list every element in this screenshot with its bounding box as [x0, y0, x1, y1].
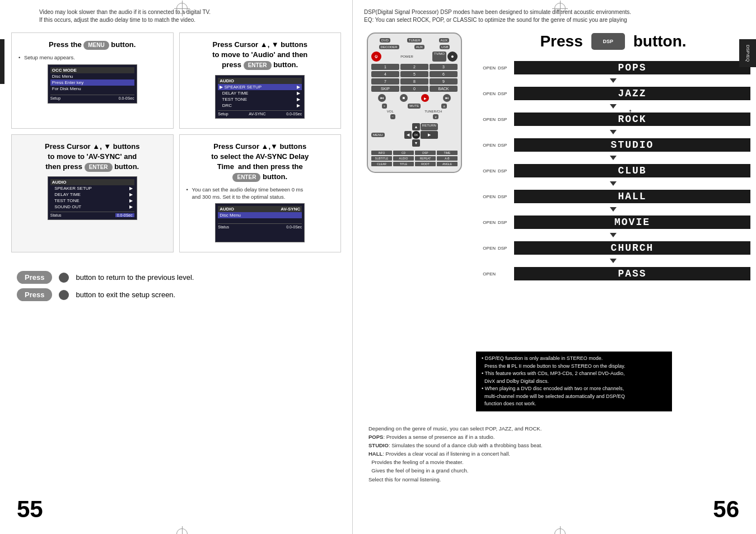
arrow-6: [610, 207, 617, 212]
minus-btn[interactable]: ∧: [441, 104, 447, 109]
section-2-title: Press Cursor ▲, ▼ buttonsto move to 'Aud…: [186, 40, 334, 71]
next-btn[interactable]: ⏭: [443, 94, 451, 102]
dsp-mode-hall: OPEN DSP HALL: [476, 188, 750, 205]
section-4-title: Press Cursor ▲,▼ buttonsto select the AV…: [186, 142, 334, 182]
section-grid: Press the MENU button. Setup menu appear…: [6, 32, 347, 252]
arrow-7: [610, 233, 617, 237]
menu-button-graphic: MENU: [83, 41, 109, 50]
menu-nav-btn[interactable]: MENU: [371, 133, 385, 137]
right-tab: DSP/EQ: [739, 39, 756, 67]
dsp-display-pops: POPS: [514, 61, 750, 74]
dsp-mode-pops: OPEN DSP POPS: [476, 59, 750, 77]
bottom-notes: Depending on the genre of music, you can…: [364, 420, 750, 488]
dsp-display-club: CLUB: [514, 164, 750, 177]
mute-btn[interactable]: MUTE: [408, 104, 421, 109]
dsp-display-movie: MOVIE: [514, 216, 750, 229]
arrow-5: [610, 181, 617, 186]
remote-control-area: DVD TUNER AUX DECODER AUX USB ⏻ POWER: [358, 32, 470, 368]
left-top-note: Video may look slower than the audio if …: [39, 8, 347, 24]
return-nav-btn[interactable]: RETURN: [421, 123, 438, 130]
press-desc-2: button to exit the setup screen.: [76, 291, 175, 299]
page-number-right: 56: [713, 496, 739, 523]
enter-button-graphic-3: ENTER: [85, 163, 113, 172]
dsp-display-studio: STUDIO: [514, 138, 750, 152]
nav-cross: ▲ RETURN ◀ OK ▶ ▼: [404, 123, 438, 147]
left-btn[interactable]: ◀: [404, 131, 412, 139]
dsp-display-hall: HALL: [514, 190, 750, 203]
arrow-4: [610, 156, 617, 160]
page-container: Video may look slower than the audio if …: [0, 0, 756, 534]
loop-arrow: ↑: [628, 106, 633, 118]
menu-screenshot-3: AUDIO SPEAKER SETUP▶ DELAY TIME▶ TEST TO…: [48, 176, 137, 220]
dsp-modes-list: OPEN DSP POPS OPEN DSP JAZZ OPEN DSP: [476, 59, 750, 283]
dsp-mode-studio: OPEN DSP STUDIO: [476, 136, 750, 154]
dsp-panel: Press DSP button. OPEN DSP POPS OP: [470, 32, 750, 368]
bottom-press-section: Press button to return to the previous l…: [6, 261, 347, 311]
press-row-1: Press button to return to the previous l…: [17, 271, 335, 284]
left-tab: [0, 39, 4, 84]
dsp-mode-church: OPEN DSP CHURCH: [476, 239, 750, 257]
menu-screenshot-1: OCC MODE Disc Menu Press Enter key For D…: [48, 64, 137, 104]
section-box-2: Press Cursor ▲, ▼ buttonsto move to 'Aud…: [179, 32, 342, 129]
dsp-display-pass: PASS: [514, 267, 750, 280]
prev-btn[interactable]: ⏮: [378, 94, 386, 102]
arrow-8: [610, 259, 617, 263]
section-1-bullet: Setup menu appears.: [18, 54, 166, 61]
down-btn[interactable]: ▼: [412, 139, 420, 147]
right-btn[interactable]: ▶: [421, 131, 438, 139]
press-row-2: Press button to exit the setup screen.: [17, 288, 335, 301]
dsp-button-graphic: DSP: [591, 33, 625, 50]
dsp-title-row: Press DSP button.: [476, 32, 750, 50]
right-page: DSP/EQ DSP(Digital Signal Processor) DSP…: [353, 0, 756, 534]
dsp-display-church: CHURCH: [514, 241, 750, 255]
section-box-1: Press the MENU button. Setup menu appear…: [11, 32, 174, 129]
enter-nav-btn[interactable]: OK: [412, 131, 420, 139]
section-box-4: Press Cursor ▲,▼ buttonsto select the AV…: [179, 134, 342, 252]
dsp-mode-rock: OPEN DSP ROCK: [476, 110, 750, 128]
dsp-mode-movie: OPEN DSP MOVIE: [476, 213, 750, 231]
remote-numpad: 1 2 3 4 5 6 7 8 9 SKIP 0 BACK: [371, 64, 458, 92]
remote-fn-row: INFO CD DSP TIME: [371, 151, 458, 155]
dsp-press-label: Press: [540, 32, 582, 50]
arrow-2: [610, 104, 617, 109]
remote-control-illustration: DVD TUNER AUX DECODER AUX USB ⏻ POWER: [367, 32, 462, 173]
dsp-display-jazz: JAZZ: [514, 87, 750, 100]
menu-screenshot-2: AUDIO ▶ SPEAKER SETUP▶ DELAY TIME▶ TEST …: [215, 75, 305, 119]
section-box-3: Press Cursor ▲, ▼ buttonsto move to 'AV-…: [11, 134, 174, 252]
page-number-left: 55: [17, 496, 43, 523]
arrow-1: [610, 78, 617, 83]
play-btn[interactable]: ▶: [421, 94, 429, 102]
arrow-3: [610, 130, 617, 134]
menu-screenshot-4: AUDIOAV-SYNC Disc Menu Status0.0-0Sec: [215, 203, 305, 242]
dsp-mode-jazz: OPEN DSP JAZZ: [476, 85, 750, 102]
crosshair-bottom-right: [554, 528, 566, 534]
remote-transport: ⏮ ⏹ ▶ ⏭: [371, 94, 458, 102]
press-desc-1: button to return to the previous level.: [76, 273, 194, 282]
return-icon: [59, 273, 69, 283]
enter-button-graphic-2: ENTER: [244, 61, 272, 70]
crosshair-top-left: [176, 3, 188, 14]
crosshair-top-right: [554, 3, 566, 14]
power-button[interactable]: ⏻: [371, 51, 381, 62]
enter-button-graphic-4: ENTER: [232, 173, 260, 182]
left-page: Video may look slower than the audio if …: [0, 0, 353, 534]
dsp-mode-club: OPEN DSP CLUB: [476, 162, 750, 180]
section-3-title: Press Cursor ▲, ▼ buttonsto move to 'AV-…: [18, 142, 166, 172]
menu-icon: [59, 290, 69, 300]
crosshair-bottom-left: [176, 528, 188, 534]
right-content-area: DVD TUNER AUX DECODER AUX USB ⏻ POWER: [358, 32, 750, 368]
plus-btn[interactable]: +: [382, 104, 388, 109]
dsp-mode-pass: OPEN PASS: [476, 265, 750, 283]
section-4-bullet: You can set the audio delay time between…: [186, 186, 334, 200]
dsp-button-text: button.: [633, 32, 687, 50]
press-label-2: Press: [17, 288, 52, 301]
up-btn[interactable]: ▲: [412, 123, 420, 130]
stop-btn[interactable]: ⏹: [400, 94, 408, 102]
press-label-1: Press: [17, 271, 52, 284]
section-1-title: Press the MENU button.: [18, 40, 166, 50]
